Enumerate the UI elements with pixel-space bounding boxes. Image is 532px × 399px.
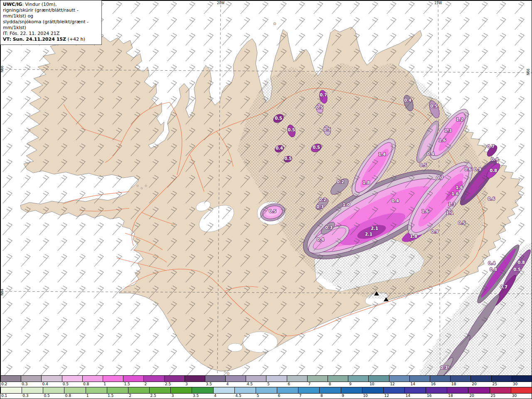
- scale-tick-label: 16: [426, 394, 431, 398]
- precip-value-label: 0.5: [430, 104, 438, 108]
- precip-value-label: 0.5: [323, 127, 331, 132]
- rain-scale-cell: [384, 387, 405, 393]
- forecast-title-box: UWC/IG: Vindur (10m), rigning/skúrir (gr…: [0, 0, 102, 45]
- snow-scale-cell: [83, 376, 103, 382]
- precip-value-label: 0.8: [490, 168, 497, 173]
- scale-tick-label: 3: [185, 382, 188, 386]
- precip-value-label: 0.6: [464, 167, 472, 172]
- snow-scale-cell: [62, 376, 83, 382]
- scale-tick-label: 1.5: [123, 382, 130, 386]
- scale-tick-label: 2.5: [164, 382, 171, 386]
- snow-scale-cell: [246, 376, 266, 382]
- precip-value-label: 0.9: [474, 167, 481, 172]
- rain-scale-ticks: 0.10.30.50.811.522.533.544.5567891012141…: [0, 394, 532, 399]
- snow-scale-cell: [308, 376, 328, 382]
- legend: 0.20.30.40.50.811.522.533.544.5567891012…: [0, 375, 532, 399]
- precip-value-label: 0.2: [319, 197, 326, 202]
- scale-tick-label: 4.5: [234, 394, 241, 398]
- meridian-label: 15W: [434, 1, 442, 5]
- scale-tick-label: 4.5: [246, 382, 253, 386]
- precip-value-label: 0.7: [487, 144, 495, 149]
- snow-scale-cell: [328, 376, 348, 382]
- precip-value-label: 1.3: [448, 202, 456, 207]
- snow-scale-cell: [451, 376, 471, 382]
- rain-scale-cell: [171, 387, 192, 393]
- snow-scale-cell: [430, 376, 451, 382]
- rain-scale-cell: [192, 387, 213, 393]
- scale-tick-label: 0.5: [43, 394, 49, 398]
- snow-scale-cell: [369, 376, 389, 382]
- parallel-label: N64: [0, 289, 4, 296]
- snow-scale-cell: [492, 376, 512, 382]
- rain-scale-cell: [235, 387, 256, 393]
- snow-scale-cell: [410, 376, 430, 382]
- precip-value-label: 0.3: [440, 365, 448, 370]
- scale-tick-label: 3.5: [205, 382, 212, 386]
- rain-scale-cell: [0, 387, 22, 393]
- precip-value-label: 0.4: [276, 146, 283, 150]
- rain-scale-cell: [107, 387, 128, 393]
- scale-tick-label: 8: [328, 382, 331, 386]
- rain-color-scale: [0, 387, 532, 394]
- precip-value-label: 2.1: [371, 226, 378, 231]
- snow-scale-cell: [103, 376, 123, 382]
- precip-value-label: 0.4: [488, 261, 495, 266]
- weather-map-page: 20W15WN66N66N64 0.70.50.50.50.50.40.50.5…: [0, 0, 532, 399]
- precip-value-label: 0.3: [325, 225, 332, 230]
- snow-scale-cell: [389, 376, 410, 382]
- precip-value-label: 1.1: [446, 211, 453, 215]
- parallel-label: N66: [527, 69, 530, 75]
- snow-scale-cell: [165, 376, 185, 382]
- precip-value-label: 1.2: [456, 117, 463, 122]
- scale-tick-label: 25: [492, 382, 497, 386]
- title-line-2: rigning/skúrir (grænt/blátt/rautt - mm/1…: [3, 7, 99, 19]
- precip-value-label: 0.7: [436, 176, 443, 180]
- precip-value-label: 0.2: [337, 180, 344, 184]
- precip-value-label: 0.5: [275, 116, 282, 121]
- scale-tick-label: 1: [86, 394, 89, 398]
- scale-tick-label: 0.5: [62, 382, 69, 386]
- title-line-3: slydda/snjókoma (grátt/bleikt/grænt - mm…: [3, 19, 99, 31]
- rain-scale-cell: [447, 387, 468, 393]
- scale-tick-label: 20: [471, 382, 476, 386]
- snow-scale-cell: [144, 376, 164, 382]
- scale-tick-label: 18: [447, 394, 453, 398]
- scale-tick-label: 3: [171, 394, 174, 398]
- precip-value-label: 1.6: [438, 138, 446, 143]
- precip-value-label: 0.4: [491, 157, 498, 162]
- scale-tick-label: 20: [468, 394, 474, 398]
- snow-scale-cell: [0, 376, 21, 382]
- precip-value-label: 0.8: [490, 267, 497, 272]
- scale-tick-label: 2: [144, 382, 147, 386]
- scale-tick-label: 1.5: [107, 394, 113, 398]
- precip-value-label: 1.8: [362, 180, 370, 185]
- scale-tick-label: 6: [287, 382, 290, 386]
- scale-tick-label: 7: [298, 394, 302, 398]
- init-time: IT: Fös. 22. 11. 2024 21Z: [3, 31, 99, 37]
- precip-value-label: 0.4: [404, 98, 411, 103]
- scale-tick-label: 10: [369, 382, 374, 386]
- snow-scale-cell: [21, 376, 42, 382]
- precip-value-label: 0.7: [320, 93, 327, 97]
- precip-value-label: 1.6: [421, 209, 429, 214]
- scale-tick-label: 9: [341, 394, 344, 398]
- precip-value-label: 0.3: [316, 204, 324, 209]
- scale-tick-label: 0.3: [21, 382, 27, 386]
- rain-scale-cell: [150, 387, 171, 393]
- scale-tick-label: 3.5: [192, 394, 199, 398]
- scale-tick-label: 5: [256, 394, 259, 398]
- rain-scale-cell: [320, 387, 341, 393]
- iceland-weather-map: 20W15WN66N66N64 0.70.50.50.50.50.40.50.5…: [0, 0, 532, 376]
- scale-tick-label: 0.1: [0, 394, 7, 398]
- product-code: UWC/IG: [3, 2, 22, 7]
- precip-value-label: 0.4: [317, 237, 324, 242]
- scale-tick-label: 25: [490, 394, 495, 398]
- snow-scale-cell: [287, 376, 308, 382]
- scale-tick-label: 12: [384, 394, 389, 398]
- scale-tick-label: 0.8: [82, 382, 89, 386]
- rain-scale-cell: [490, 387, 511, 393]
- rain-scale-cell: [362, 387, 384, 393]
- rain-scale-cell: [86, 387, 107, 393]
- precip-value-label: 0.5: [288, 128, 295, 132]
- scale-tick-label: 18: [451, 382, 456, 386]
